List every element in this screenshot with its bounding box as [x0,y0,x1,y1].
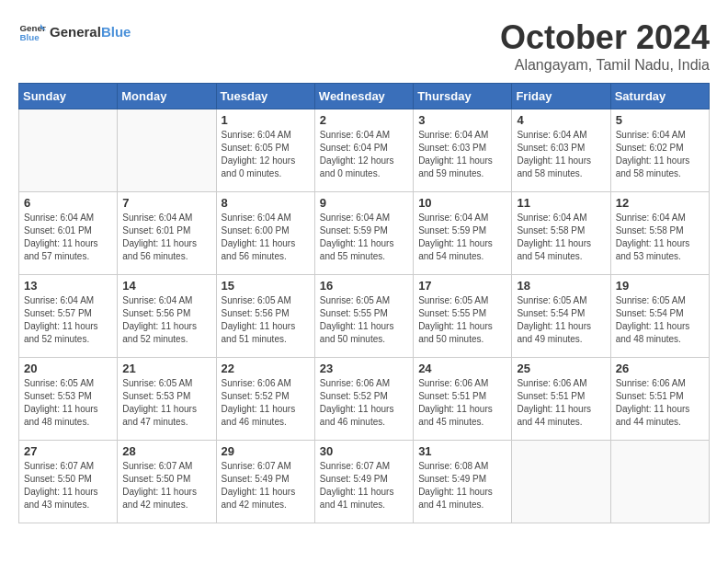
calendar-cell: 7Sunrise: 6:04 AM Sunset: 6:01 PM Daylig… [118,192,216,275]
day-info: Sunrise: 6:05 AM Sunset: 5:54 PM Dayligh… [517,294,605,346]
calendar-cell: 12Sunrise: 6:04 AM Sunset: 5:58 PM Dayli… [610,192,709,275]
day-number: 5 [616,113,704,127]
day-info: Sunrise: 6:04 AM Sunset: 6:02 PM Dayligh… [616,129,704,180]
day-number: 4 [517,113,605,127]
day-number: 12 [616,196,704,210]
calendar-cell: 10Sunrise: 6:04 AM Sunset: 5:59 PM Dayli… [414,192,512,275]
calendar-cell: 25Sunrise: 6:06 AM Sunset: 5:51 PM Dayli… [512,358,610,441]
day-number: 24 [418,362,506,375]
calendar-cell: 22Sunrise: 6:06 AM Sunset: 5:52 PM Dayli… [216,358,314,441]
header-cell-tuesday: Tuesday [216,84,314,109]
day-info: Sunrise: 6:04 AM Sunset: 5:58 PM Dayligh… [616,212,704,263]
title-section: October 2024 Alangayam, Tamil Nadu, Indi… [500,18,710,74]
calendar-cell: 4Sunrise: 6:04 AM Sunset: 6:03 PM Daylig… [512,109,610,192]
day-info: Sunrise: 6:05 AM Sunset: 5:56 PM Dayligh… [222,294,310,346]
calendar-cell: 21Sunrise: 6:05 AM Sunset: 5:53 PM Dayli… [118,358,216,441]
logo-icon: General Blue [18,18,46,46]
week-row-2: 6Sunrise: 6:04 AM Sunset: 6:01 PM Daylig… [19,192,710,275]
day-info: Sunrise: 6:05 AM Sunset: 5:53 PM Dayligh… [122,377,210,429]
day-info: Sunrise: 6:04 AM Sunset: 6:00 PM Dayligh… [222,212,310,263]
calendar-cell: 9Sunrise: 6:04 AM Sunset: 5:59 PM Daylig… [314,192,413,275]
header-cell-wednesday: Wednesday [314,84,413,109]
calendar-cell: 1Sunrise: 6:04 AM Sunset: 6:05 PM Daylig… [216,109,314,192]
day-info: Sunrise: 6:05 AM Sunset: 5:55 PM Dayligh… [418,294,506,346]
header-cell-saturday: Saturday [610,84,709,109]
calendar-cell: 3Sunrise: 6:04 AM Sunset: 6:03 PM Daylig… [414,109,512,192]
day-number: 23 [320,362,408,375]
day-number: 22 [222,362,310,375]
calendar-cell [118,109,216,192]
calendar-cell: 17Sunrise: 6:05 AM Sunset: 5:55 PM Dayli… [414,275,512,358]
header-cell-friday: Friday [512,84,610,109]
day-number: 13 [24,279,112,293]
day-number: 29 [222,444,310,458]
day-info: Sunrise: 6:04 AM Sunset: 5:56 PM Dayligh… [122,294,210,346]
calendar-cell [610,441,709,523]
calendar-cell: 8Sunrise: 6:04 AM Sunset: 6:00 PM Daylig… [216,192,314,275]
day-number: 7 [122,196,210,210]
calendar-cell: 30Sunrise: 6:07 AM Sunset: 5:49 PM Dayli… [314,441,413,523]
day-info: Sunrise: 6:04 AM Sunset: 6:03 PM Dayligh… [418,129,506,180]
day-info: Sunrise: 6:06 AM Sunset: 5:52 PM Dayligh… [222,377,310,429]
day-number: 21 [122,362,210,375]
calendar-cell: 15Sunrise: 6:05 AM Sunset: 5:56 PM Dayli… [216,275,314,358]
day-info: Sunrise: 6:04 AM Sunset: 5:59 PM Dayligh… [418,212,506,263]
calendar-cell: 6Sunrise: 6:04 AM Sunset: 6:01 PM Daylig… [19,192,118,275]
day-number: 26 [616,362,704,375]
day-number: 25 [517,362,605,375]
header-cell-thursday: Thursday [414,84,512,109]
day-info: Sunrise: 6:04 AM Sunset: 5:59 PM Dayligh… [320,212,408,263]
day-number: 27 [24,444,112,458]
day-info: Sunrise: 6:04 AM Sunset: 6:01 PM Dayligh… [122,212,210,263]
day-info: Sunrise: 6:04 AM Sunset: 6:05 PM Dayligh… [222,129,310,180]
location-subtitle: Alangayam, Tamil Nadu, India [500,57,710,74]
header: General Blue GeneralBlue October 2024 Al… [18,18,710,74]
day-number: 6 [24,196,112,210]
day-number: 9 [320,196,408,210]
day-number: 31 [418,444,506,458]
month-title: October 2024 [500,18,710,57]
day-info: Sunrise: 6:06 AM Sunset: 5:51 PM Dayligh… [616,377,704,429]
calendar-cell [19,109,118,192]
calendar-cell: 13Sunrise: 6:04 AM Sunset: 5:57 PM Dayli… [19,275,118,358]
day-number: 10 [418,196,506,210]
header-row: SundayMondayTuesdayWednesdayThursdayFrid… [19,84,710,109]
day-info: Sunrise: 6:05 AM Sunset: 5:54 PM Dayligh… [616,294,704,346]
day-info: Sunrise: 6:04 AM Sunset: 6:03 PM Dayligh… [517,129,605,180]
calendar-cell: 27Sunrise: 6:07 AM Sunset: 5:50 PM Dayli… [19,441,118,523]
day-info: Sunrise: 6:05 AM Sunset: 5:53 PM Dayligh… [24,377,112,429]
day-info: Sunrise: 6:07 AM Sunset: 5:50 PM Dayligh… [122,460,210,511]
day-number: 28 [122,444,210,458]
day-info: Sunrise: 6:06 AM Sunset: 5:51 PM Dayligh… [517,377,605,429]
calendar-cell: 2Sunrise: 6:04 AM Sunset: 6:04 PM Daylig… [314,109,413,192]
day-info: Sunrise: 6:04 AM Sunset: 5:57 PM Dayligh… [24,294,112,346]
day-number: 16 [320,279,408,293]
day-info: Sunrise: 6:07 AM Sunset: 5:49 PM Dayligh… [222,460,310,511]
calendar-cell: 31Sunrise: 6:08 AM Sunset: 5:49 PM Dayli… [414,441,512,523]
calendar-cell: 29Sunrise: 6:07 AM Sunset: 5:49 PM Dayli… [216,441,314,523]
day-info: Sunrise: 6:06 AM Sunset: 5:52 PM Dayligh… [320,377,408,429]
day-info: Sunrise: 6:05 AM Sunset: 5:55 PM Dayligh… [320,294,408,346]
day-number: 19 [616,279,704,293]
calendar-cell: 23Sunrise: 6:06 AM Sunset: 5:52 PM Dayli… [314,358,413,441]
day-info: Sunrise: 6:07 AM Sunset: 5:50 PM Dayligh… [24,460,112,511]
svg-text:Blue: Blue [20,32,40,42]
calendar-cell: 11Sunrise: 6:04 AM Sunset: 5:58 PM Dayli… [512,192,610,275]
logo: General Blue GeneralBlue [18,18,131,46]
week-row-5: 27Sunrise: 6:07 AM Sunset: 5:50 PM Dayli… [19,441,710,523]
day-number: 20 [24,362,112,375]
header-cell-monday: Monday [118,84,216,109]
week-row-4: 20Sunrise: 6:05 AM Sunset: 5:53 PM Dayli… [19,358,710,441]
calendar-cell: 5Sunrise: 6:04 AM Sunset: 6:02 PM Daylig… [610,109,709,192]
day-number: 15 [222,279,310,293]
calendar-cell: 18Sunrise: 6:05 AM Sunset: 5:54 PM Dayli… [512,275,610,358]
calendar-cell: 16Sunrise: 6:05 AM Sunset: 5:55 PM Dayli… [314,275,413,358]
day-info: Sunrise: 6:06 AM Sunset: 5:51 PM Dayligh… [418,377,506,429]
day-number: 18 [517,279,605,293]
week-row-3: 13Sunrise: 6:04 AM Sunset: 5:57 PM Dayli… [19,275,710,358]
day-number: 8 [222,196,310,210]
day-number: 14 [122,279,210,293]
day-info: Sunrise: 6:04 AM Sunset: 6:01 PM Dayligh… [24,212,112,263]
logo-blue: Blue [101,24,131,40]
week-row-1: 1Sunrise: 6:04 AM Sunset: 6:05 PM Daylig… [19,109,710,192]
